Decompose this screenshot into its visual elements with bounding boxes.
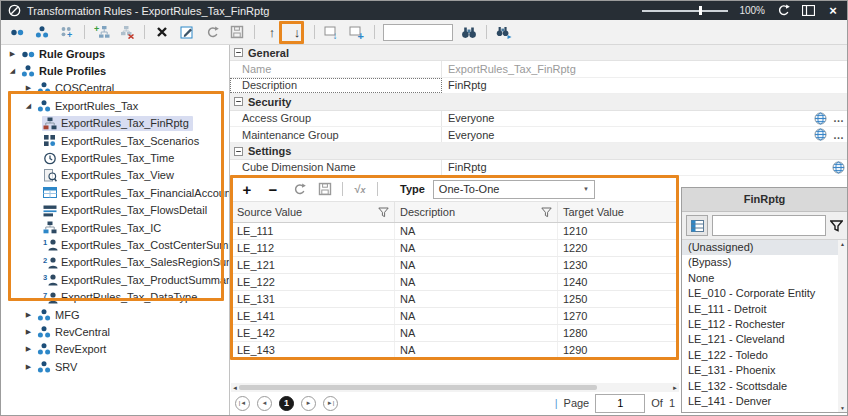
formula-button[interactable]: √x	[351, 180, 369, 198]
refresh-button[interactable]	[203, 23, 221, 41]
grid-row-le-111[interactable]: LE_111NA1210	[232, 223, 678, 240]
tree-item-exportrules-tax-scenarios[interactable]: ExportRules_Tax_Scenarios	[1, 132, 229, 149]
globe-icon[interactable]	[814, 112, 827, 125]
section-header-general[interactable]: General	[230, 45, 848, 61]
tree-item-exportrules-tax-datatype[interactable]: 7ExportRules_Tax_DataType	[1, 288, 229, 305]
toolbar-search-input[interactable]	[383, 24, 453, 41]
prop-row-description[interactable]: DescriptionFinRptg	[230, 78, 848, 94]
column-header-target-value[interactable]: Target Value	[558, 202, 678, 222]
ellipsis-button[interactable]: …	[833, 129, 845, 141]
remove-rule-group-button[interactable]	[118, 23, 136, 41]
assign-rule-group-button[interactable]: +	[93, 23, 111, 41]
collapse-icon[interactable]	[234, 147, 243, 156]
add-row-button[interactable]: +	[238, 180, 256, 198]
scrollbar-thumb[interactable]	[239, 385, 597, 390]
grid-cell[interactable]: NA	[395, 308, 558, 324]
last-page-button[interactable]: ►|	[323, 396, 338, 411]
grid-cell[interactable]: NA	[395, 240, 558, 256]
grid-cell[interactable]: NA	[395, 274, 558, 290]
grid-cell[interactable]: LE_141	[232, 308, 395, 324]
grid-cell[interactable]: LE_131	[232, 291, 395, 307]
column-header-source-value[interactable]: Source Value	[232, 202, 395, 222]
grid-cell[interactable]: LE_121	[232, 257, 395, 273]
grid-cell[interactable]: NA	[395, 325, 558, 341]
zoom-slider[interactable]	[642, 6, 728, 15]
grid-cell[interactable]: NA	[395, 223, 558, 239]
grid-cell[interactable]: LE_143	[232, 342, 395, 358]
member-list-item-le-121-cleveland[interactable]: LE_121 - Cleveland	[682, 332, 847, 347]
grid-row-le-121[interactable]: LE_121NA1230	[232, 257, 678, 274]
scroll-left-icon[interactable]: ◄	[231, 385, 239, 391]
member-list-scrollbar[interactable]: ▲ ▼	[838, 240, 847, 412]
refresh-grid-button[interactable]	[290, 180, 308, 198]
edit-button[interactable]	[178, 23, 196, 41]
first-page-button[interactable]: |◄	[235, 396, 250, 411]
scroll-down-icon[interactable]: ▼	[840, 405, 845, 411]
collapse-arrow-icon[interactable]: ◢	[21, 102, 36, 110]
member-grid-button[interactable]	[686, 215, 708, 236]
grid-cell[interactable]: 1210	[558, 223, 678, 239]
tree-item-exportrules-tax-view[interactable]: ExportRules_Tax_View	[1, 167, 229, 184]
expand-arrow-icon[interactable]: ▶	[21, 363, 36, 371]
delete-button[interactable]	[153, 23, 171, 41]
grid-cell[interactable]: 1280	[558, 325, 678, 341]
member-list-item-le-122-toledo[interactable]: LE_122 - Toledo	[682, 348, 847, 363]
tree-item-exportrules-tax-ic[interactable]: ExportRules_Tax_IC	[1, 219, 229, 236]
tree-item-exportrules-tax-productsummary[interactable]: 3ExportRules_Tax_ProductSummary	[1, 271, 229, 288]
type-dropdown[interactable]: One-To-One ▼	[433, 180, 595, 199]
page-number-input[interactable]	[595, 394, 645, 413]
grid-cell[interactable]: NA	[395, 342, 558, 358]
member-list-item-le-111-detroit[interactable]: LE_111 - Detroit	[682, 302, 847, 317]
member-search-input[interactable]	[712, 215, 826, 236]
member-list-item-le-112-rochester[interactable]: LE_112 - Rochester	[682, 317, 847, 332]
ellipsis-button[interactable]: …	[833, 112, 845, 124]
grid-cell[interactable]: LE_142	[232, 325, 395, 341]
rule-profiles-button[interactable]	[33, 23, 51, 41]
refresh-window-icon[interactable]	[776, 4, 790, 18]
tree-item-srv[interactable]: ▶SRV	[1, 358, 229, 375]
grid-row-le-143[interactable]: LE_143NA1290	[232, 342, 678, 359]
tree-item-rule-profiles[interactable]: ◢Rule Profiles	[1, 62, 229, 79]
grid-cell[interactable]: NA	[395, 257, 558, 273]
collapse-icon[interactable]	[234, 97, 243, 106]
tree-item-exportrules-tax[interactable]: ◢ExportRules_Tax	[1, 97, 229, 114]
rule-groups-button[interactable]	[8, 23, 26, 41]
move-up-button[interactable]: ↑	[263, 23, 281, 41]
prop-row-maintenance-group[interactable]: Maintenance GroupEveryone…	[230, 127, 848, 143]
filter-funnel-icon[interactable]	[541, 207, 552, 218]
close-icon[interactable]: ×	[826, 4, 840, 18]
next-page-button[interactable]: ►	[301, 396, 316, 411]
save-button[interactable]	[228, 23, 246, 41]
paste-replace-button[interactable]: ↓	[323, 23, 341, 41]
globe-icon[interactable]	[814, 128, 827, 141]
column-header-description[interactable]: Description	[395, 202, 558, 222]
grid-cell[interactable]: 1250	[558, 291, 678, 307]
current-page-button[interactable]: 1	[279, 396, 294, 411]
tree-item-exportrules-tax-financialaccounts[interactable]: ExportRules_Tax_FinancialAccounts	[1, 184, 229, 201]
member-list-item-le-132-scottsdale[interactable]: LE_132 - Scottsdale	[682, 379, 847, 394]
tree-item-exportrules-tax-flowsdetail[interactable]: ExportRules_Tax_FlowsDetail	[1, 202, 229, 219]
grid-row-le-131[interactable]: LE_131NA1250	[232, 291, 678, 308]
grid-row-le-122[interactable]: LE_122NA1240	[232, 274, 678, 291]
grid-cell[interactable]: 1220	[558, 240, 678, 256]
expand-arrow-icon[interactable]: ▶	[21, 311, 36, 319]
dock-panel-icon[interactable]	[801, 4, 815, 18]
member-list-item-le-010-corporate-entity[interactable]: LE_010 - Corporate Entity	[682, 286, 847, 301]
collapse-icon[interactable]	[234, 48, 243, 57]
grid-cell[interactable]: LE_111	[232, 223, 395, 239]
member-list-item-unassigned[interactable]: (Unassigned)	[682, 240, 847, 255]
member-list-item-bypass[interactable]: (Bypass)	[682, 255, 847, 270]
delete-row-button[interactable]: −	[264, 180, 282, 198]
member-list-item-none[interactable]: None	[682, 271, 847, 286]
scroll-up-icon[interactable]: ▲	[840, 241, 845, 247]
globe-icon[interactable]	[832, 161, 845, 174]
zoom-slider-handle[interactable]	[699, 6, 702, 15]
tree-item-revexport[interactable]: ▶RevExport	[1, 341, 229, 358]
expand-arrow-icon[interactable]: ▶	[5, 50, 20, 58]
tree-item-exportrules-tax-salesregionsummary[interactable]: 2ExportRules_Tax_SalesRegionSummary	[1, 254, 229, 271]
section-header-security[interactable]: Security	[230, 94, 848, 110]
save-grid-button[interactable]	[316, 180, 334, 198]
grid-cell[interactable]: LE_112	[232, 240, 395, 256]
tree-item-revcentral[interactable]: ▶RevCentral	[1, 323, 229, 340]
tree-item-mfg[interactable]: ▶MFG	[1, 306, 229, 323]
